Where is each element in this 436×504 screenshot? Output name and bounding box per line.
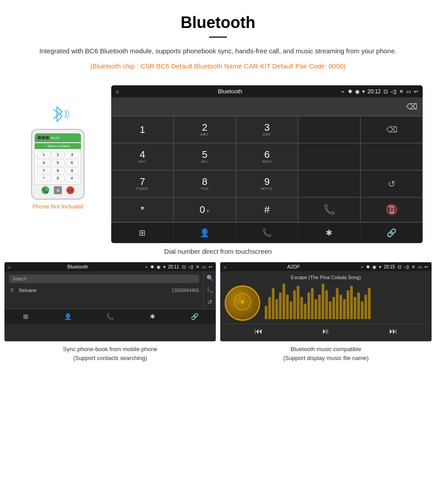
key-hash[interactable]: #	[236, 197, 298, 222]
key-2[interactable]: 2ABC	[174, 116, 236, 143]
phone-key-3: 3	[65, 151, 79, 159]
pb-bt-icon: ✱	[150, 264, 154, 269]
bottom-phone-icon[interactable]: 📞	[236, 223, 298, 243]
music-back-icon[interactable]: ↩	[424, 264, 428, 269]
key-4[interactable]: 4GHI	[111, 143, 174, 170]
key-3[interactable]: 3DEF	[236, 116, 298, 143]
viz-bar	[272, 288, 275, 319]
key-refresh[interactable]: ↺	[360, 170, 423, 197]
key-7[interactable]: 7PQRS	[111, 170, 174, 197]
viz-bar	[279, 292, 282, 319]
pb-pin-icon: ◉	[157, 264, 161, 269]
pb-bottombar: ⊞ 👤 📞 ✱ 🔗	[4, 309, 216, 324]
phone-keypad-grid: 1 2 3 4 5 6 7 8 9 * 0 #	[35, 149, 81, 184]
bottom-bt-icon[interactable]: ✱	[298, 223, 360, 243]
phone-key-1: 1	[37, 151, 51, 159]
song-title: Escape (The Pina Colada Song)	[225, 275, 427, 280]
dial-usb-icon: ⌁	[341, 88, 344, 95]
music-visualizer	[265, 285, 427, 321]
pb-home-icon[interactable]: ⌂	[8, 264, 11, 269]
phone-key-4: 4	[37, 159, 51, 167]
pb-bottom-phone-icon[interactable]: 📞	[89, 309, 131, 324]
bluetooth-waves-area	[44, 103, 71, 125]
phone-key-hash: #	[65, 175, 79, 182]
topbar-status-icons: ✱ ◉ ▾ 20:12 ⊡ ◁) ✕ ▭ ↩	[348, 88, 418, 95]
music-wifi-icon: ▾	[379, 264, 381, 269]
backspace-button[interactable]: ⌫	[406, 102, 417, 112]
dialpad-grid: 1 2ABC 3DEF ⌫ 4GHI 5JKL 6MNO 7PQRS 8TUV …	[111, 116, 423, 222]
viz-bar	[322, 284, 324, 319]
bluetooth-waves-icon	[44, 103, 71, 125]
phone-mock-id: M:2D	[51, 136, 60, 140]
viz-bar	[311, 288, 314, 319]
bottom-link-icon[interactable]: 🔗	[360, 223, 423, 243]
phone-image-area: ⬛⬛⬛ M:2D + Add to Contacts 1 2 3 4 5 6 7…	[13, 85, 102, 210]
camera-icon[interactable]: ⊡	[384, 88, 388, 95]
pb-side-search-icon[interactable]: 🔍	[206, 275, 214, 281]
music-close-icon[interactable]: ✕	[412, 264, 415, 269]
pb-bottom-grid-icon[interactable]: ⊞	[4, 309, 47, 324]
pb-main-area: Search S Seicane 13566664466	[4, 271, 203, 309]
key-8[interactable]: 8TUV	[174, 170, 236, 197]
viz-bar	[347, 290, 349, 319]
music-camera-icon[interactable]: ⊡	[398, 264, 401, 269]
viz-bar	[315, 299, 317, 319]
bottom-contacts-icon[interactable]: 👤	[174, 223, 236, 243]
viz-bar	[293, 290, 296, 319]
back-icon[interactable]: ↩	[414, 88, 418, 95]
key-star[interactable]: *	[111, 197, 174, 222]
close-icon[interactable]: ✕	[399, 88, 404, 95]
phone-hangup-button: 📵	[66, 186, 74, 194]
phonebook-caption: Sync phone-book from mobile phone (Suppo…	[4, 341, 216, 364]
key-0[interactable]: 0+	[174, 197, 236, 222]
music-time: 20:15	[384, 264, 395, 269]
page-header: Bluetooth Integrated with BC6 Bluetooth …	[0, 0, 436, 81]
key-5[interactable]: 5JKL	[174, 143, 236, 170]
phone-key-star: *	[37, 175, 51, 182]
phone-key-6: 6	[65, 159, 79, 167]
key-backspace-cell[interactable]: ⌫	[360, 116, 423, 143]
music-controls: ⏮ ⏯ ⏭	[225, 324, 427, 338]
search-placeholder: Search	[12, 276, 27, 281]
pb-bottom-link-icon[interactable]: 🔗	[174, 309, 216, 324]
pb-back-icon[interactable]: ↩	[209, 264, 212, 269]
dial-display: ⌫	[111, 97, 423, 116]
dial-home-icon[interactable]: ⌂	[116, 88, 119, 95]
pb-bottom-person-icon[interactable]: 👤	[47, 309, 89, 324]
pb-side-refresh-icon[interactable]: ↺	[207, 299, 212, 305]
phone-call-button: 📞	[41, 186, 49, 194]
contact-letter: S	[9, 288, 15, 293]
search-bar[interactable]: Search	[9, 275, 199, 283]
pb-side-phone-icon[interactable]: 📞	[206, 287, 214, 293]
music-window-icon[interactable]: ▭	[418, 264, 422, 269]
pb-wifi-icon: ▾	[163, 264, 166, 269]
pb-volume-icon[interactable]: ◁)	[188, 264, 193, 269]
key-call-green[interactable]: 📞	[298, 197, 360, 222]
key-1[interactable]: 1	[111, 116, 174, 143]
prev-button[interactable]: ⏮	[254, 327, 262, 336]
contact-row[interactable]: S Seicane 13566664466	[9, 286, 199, 295]
key-call-red[interactable]: 📵	[360, 197, 423, 222]
viz-bar	[339, 295, 342, 319]
music-screen-wrap: ⌂ A2DP ⌁ ✱ ◉ ▾ 20:15 ⊡ ◁) ✕ ▭ ↩ Escape (…	[220, 262, 432, 364]
key-6[interactable]: 6MNO	[236, 143, 298, 170]
window-icon[interactable]: ▭	[406, 88, 411, 95]
key-empty-1	[298, 116, 360, 143]
next-button[interactable]: ⏭	[389, 327, 397, 336]
music-home-icon[interactable]: ⌂	[224, 264, 226, 269]
viz-bar	[325, 290, 328, 319]
pb-title: Bluetooth	[13, 264, 142, 269]
svg-line-4	[57, 116, 62, 122]
pb-usb-icon: ⌁	[145, 264, 148, 269]
pb-camera-icon[interactable]: ⊡	[182, 264, 186, 269]
bottom-dialpad-icon[interactable]: ⊞	[111, 223, 174, 243]
pb-window-icon[interactable]: ▭	[202, 264, 206, 269]
key-empty-3	[360, 143, 423, 170]
pb-close-icon[interactable]: ✕	[196, 264, 199, 269]
music-volume-icon[interactable]: ◁)	[404, 264, 409, 269]
pb-bottom-bt-icon[interactable]: ✱	[131, 309, 174, 324]
phone-key-8: 8	[51, 167, 65, 175]
play-pause-button[interactable]: ⏯	[322, 327, 330, 336]
key-9[interactable]: 9WXYZ	[236, 170, 298, 197]
volume-icon[interactable]: ◁)	[391, 88, 396, 95]
